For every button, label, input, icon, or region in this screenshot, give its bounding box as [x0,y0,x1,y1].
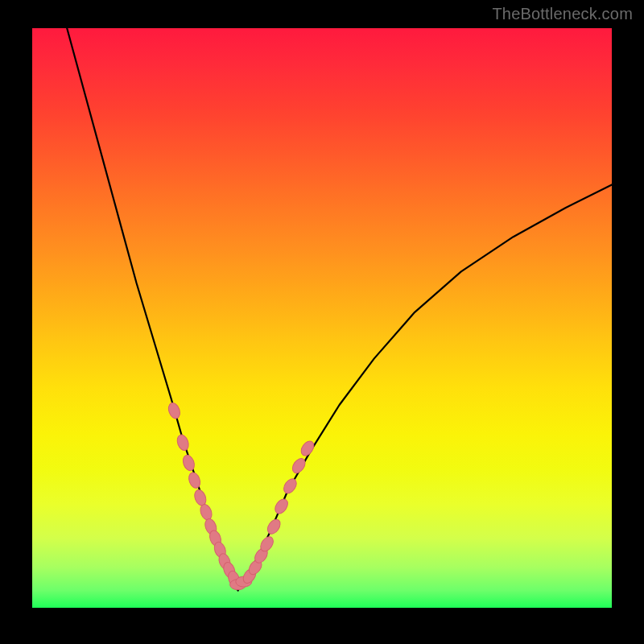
plot-area [32,28,612,608]
data-marker [187,471,202,489]
watermark-text: TheBottleneck.com [492,5,633,23]
data-marker [273,497,291,516]
data-marker [175,433,191,452]
data-marker [299,439,316,458]
curve-left-branch [67,28,237,590]
data-marker [167,402,182,420]
chart-container: TheBottleneck.com [0,0,644,644]
data-marker [181,453,196,472]
data-marker [265,517,283,536]
data-marker [281,477,299,496]
curve-right-branch [238,184,612,590]
curve-layer [32,28,612,608]
